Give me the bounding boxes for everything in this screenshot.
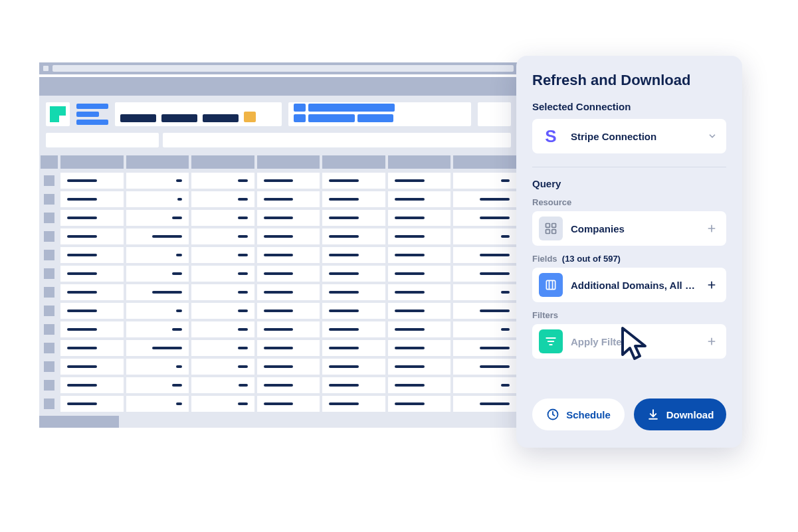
row-selector[interactable] [41,380,58,391]
column-header[interactable] [388,155,451,169]
column-header[interactable] [257,155,320,169]
cell[interactable] [126,321,189,337]
row-selector[interactable] [41,231,58,242]
cell[interactable] [388,377,451,393]
cell[interactable] [453,173,516,189]
cell[interactable] [257,340,320,356]
cell[interactable] [60,321,124,337]
cell[interactable] [322,247,385,263]
cell[interactable] [126,228,189,244]
cell[interactable] [60,191,124,207]
cell[interactable] [191,173,254,189]
schedule-button[interactable]: Schedule [532,399,625,430]
cell[interactable] [191,359,254,375]
plus-icon[interactable] [706,336,717,347]
cell[interactable] [60,359,124,375]
cell[interactable] [453,396,516,412]
cell[interactable] [453,210,516,226]
cell[interactable] [60,173,124,189]
plus-icon[interactable] [706,280,717,290]
row-selector[interactable] [41,361,58,372]
plus-icon[interactable] [706,223,717,234]
cell[interactable] [453,359,516,375]
resource-select[interactable]: Companies [532,211,726,246]
cell[interactable] [388,191,451,207]
row-selector[interactable] [41,343,58,353]
cell[interactable] [453,191,516,207]
cell[interactable] [191,377,254,393]
cell[interactable] [388,396,451,412]
cell[interactable] [257,377,320,393]
cell[interactable] [126,247,189,263]
cell[interactable] [453,228,516,244]
cell[interactable] [126,377,189,393]
row-selector[interactable] [41,399,58,409]
cell[interactable] [60,247,124,263]
cell[interactable] [60,284,124,300]
row-selector[interactable] [41,250,58,260]
download-button[interactable]: Download [634,399,726,430]
cell[interactable] [322,340,385,356]
cell[interactable] [257,284,320,300]
cell[interactable] [257,303,320,319]
cell[interactable] [191,321,254,337]
cell[interactable] [453,303,516,319]
cell[interactable] [126,191,189,207]
cell[interactable] [388,340,451,356]
cell[interactable] [322,284,385,300]
cell[interactable] [191,340,254,356]
cell[interactable] [191,247,254,263]
cell[interactable] [388,210,451,226]
cell[interactable] [126,396,189,412]
cell[interactable] [388,228,451,244]
cell[interactable] [453,247,516,263]
column-header[interactable] [191,155,254,169]
select-all-corner[interactable] [41,155,58,169]
connection-select[interactable]: S Stripe Connection [532,119,726,153]
cell[interactable] [322,210,385,226]
cell[interactable] [388,284,451,300]
sheet-tab-strip[interactable] [39,416,119,428]
cell[interactable] [453,266,516,282]
column-header[interactable] [60,155,124,169]
cell[interactable] [322,303,385,319]
name-box[interactable] [46,133,159,147]
cell[interactable] [322,359,385,375]
cell[interactable] [126,359,189,375]
cell[interactable] [322,396,385,412]
cell[interactable] [60,266,124,282]
cell[interactable] [453,340,516,356]
row-selector[interactable] [41,213,58,223]
cell[interactable] [257,210,320,226]
cell[interactable] [388,173,451,189]
column-header[interactable] [453,155,516,169]
cell[interactable] [453,377,516,393]
cell[interactable] [60,228,124,244]
cell[interactable] [453,284,516,300]
formula-bar[interactable] [163,133,511,147]
cell[interactable] [257,173,320,189]
cell[interactable] [191,266,254,282]
row-selector[interactable] [41,306,58,316]
cell[interactable] [257,321,320,337]
column-header[interactable] [126,155,189,169]
cell[interactable] [60,340,124,356]
cell[interactable] [257,247,320,263]
row-selector[interactable] [41,194,58,205]
row-selector[interactable] [41,175,58,186]
cell[interactable] [191,284,254,300]
cell[interactable] [322,377,385,393]
cell[interactable] [257,191,320,207]
cell[interactable] [322,266,385,282]
cell[interactable] [126,173,189,189]
cell[interactable] [257,266,320,282]
cell[interactable] [191,210,254,226]
cell[interactable] [388,303,451,319]
cell[interactable] [60,396,124,412]
fields-select[interactable]: Additional Domains, All Own... [532,268,726,302]
cell[interactable] [191,191,254,207]
cell[interactable] [257,359,320,375]
cell[interactable] [322,321,385,337]
cell[interactable] [60,303,124,319]
cell[interactable] [388,321,451,337]
